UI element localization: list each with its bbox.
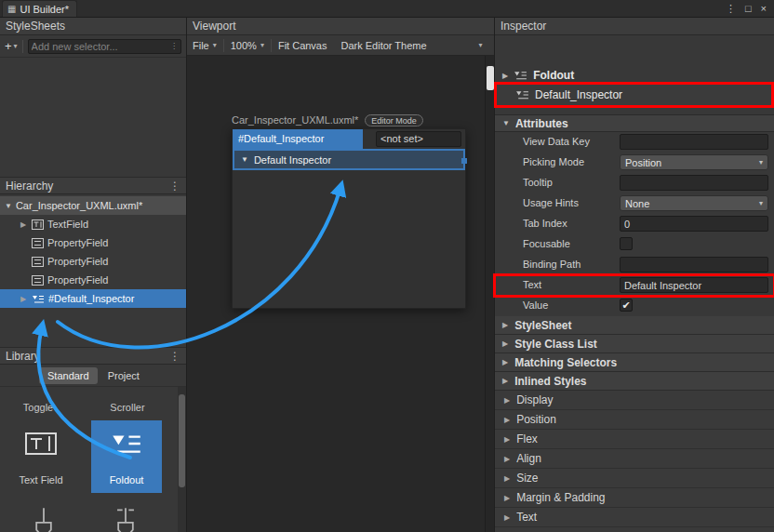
foldout-closed-icon[interactable]: ▶: [20, 295, 28, 303]
attr-row-usage-hints: Usage Hints None ▾: [495, 193, 774, 214]
library-scrollbar[interactable]: [178, 387, 186, 532]
hierarchy-menu-icon[interactable]: ⋮: [169, 180, 180, 193]
viewport-panel: Viewport File ▾ 100% ▾ Fit Canvas Dark E…: [187, 18, 494, 532]
usage-hints-dropdown[interactable]: None ▾: [620, 195, 768, 211]
propertyfield-icon: [32, 274, 44, 286]
foldout-type-icon: [515, 88, 529, 101]
style-section-background[interactable]: ▶ Background: [495, 527, 774, 532]
zoom-dropdown[interactable]: 100% ▾: [231, 38, 264, 53]
style-section-align[interactable]: ▶ Align: [495, 449, 774, 469]
library-item-text-field[interactable]: Text Field: [6, 420, 76, 493]
tree-item-default-inspector[interactable]: ▶ #Default_Inspector: [0, 289, 186, 308]
hierarchy-header: Hierarchy ⋮: [0, 177, 186, 194]
library-header: Library ⋮: [0, 347, 186, 365]
library-menu-icon[interactable]: ⋮: [169, 350, 180, 363]
window-maximize-icon[interactable]: □: [745, 3, 752, 14]
fit-canvas-button[interactable]: Fit Canvas: [278, 38, 327, 53]
canvas-body[interactable]: #Default_Inspector <not set> ▼ Default I…: [232, 128, 466, 309]
editor-mode-badge[interactable]: Editor Mode: [365, 114, 423, 126]
section-stylesheet[interactable]: ▶ StyleSheet: [495, 316, 774, 335]
text-input[interactable]: [620, 277, 768, 293]
attr-label: Tooltip: [523, 177, 553, 188]
section-label: Inlined Styles: [514, 375, 586, 388]
hierarchy-root-label: Car_Inspector_UXML.uxml*: [16, 200, 142, 211]
toolbar-divider: [271, 39, 272, 52]
library-item-slider-icon[interactable]: [28, 506, 60, 532]
foldout-closed-icon[interactable]: ▶: [20, 220, 28, 229]
library-item-label: Foldout: [110, 474, 144, 485]
title-bar: ▦ UI Builder* ⋮ □ ×: [0, 0, 774, 18]
stylesheets-title: StyleSheets: [6, 18, 65, 34]
attr-label: Tab Index: [523, 218, 567, 229]
propertyfield-icon: [32, 256, 44, 268]
tree-item-propertyfield[interactable]: . PropertyField: [0, 233, 186, 252]
attr-row-view-data-key: View Data Key: [495, 132, 774, 153]
picking-mode-dropdown[interactable]: Position ▾: [620, 154, 768, 170]
tab-standard[interactable]: Standard: [39, 367, 98, 384]
attr-row-text-highlighted: Text: [495, 275, 774, 296]
foldout-open-icon: ▼: [502, 119, 510, 127]
library-item-toggle-label[interactable]: Toggle: [11, 402, 65, 413]
viewport-scrollbar[interactable]: [485, 56, 494, 532]
tab-project[interactable]: Project: [100, 367, 148, 384]
foldout-closed-icon: ▶: [504, 435, 510, 444]
window-menu-icon[interactable]: ⋮: [726, 3, 736, 15]
app-tab[interactable]: ▦ UI Builder*: [2, 0, 77, 17]
attr-label: Value: [523, 299, 548, 311]
toolbar-divider: [223, 39, 224, 52]
style-section-position[interactable]: ▶ Position: [495, 410, 774, 430]
library-tabs: Standard Project: [0, 365, 186, 387]
theme-dropdown[interactable]: Dark Editor Theme ▾: [340, 38, 482, 53]
style-section-size[interactable]: ▶ Size: [495, 469, 774, 488]
usage-hints-value: None: [625, 198, 649, 209]
section-inlined-styles[interactable]: ▶ Inlined Styles: [495, 372, 774, 391]
file-dropdown[interactable]: File ▾: [193, 38, 217, 53]
tree-item-label: #Default_Inspector: [48, 293, 134, 304]
style-section-text[interactable]: ▶ Text: [495, 508, 774, 527]
selection-resize-handle[interactable]: [461, 158, 467, 164]
section-style-class-list[interactable]: ▶ Style Class List: [495, 335, 774, 353]
binding-path-input[interactable]: [620, 257, 768, 273]
window-close-icon[interactable]: ×: [761, 3, 767, 14]
view-data-key-input[interactable]: [620, 134, 768, 150]
library-scrollbar-thumb[interactable]: [179, 394, 185, 487]
style-section-margin-padding[interactable]: ▶ Margin & Padding: [495, 488, 774, 508]
style-section-flex[interactable]: ▶ Flex: [495, 430, 774, 449]
app-tab-label: UI Builder*: [20, 4, 69, 15]
viewport-scrollbar-thumb[interactable]: [487, 66, 494, 90]
foldout-closed-icon: ▶: [504, 396, 510, 405]
library-item-slider-int-icon[interactable]: [110, 506, 141, 532]
object-field-not-set[interactable]: <not set>: [376, 131, 461, 147]
foldout-open-icon[interactable]: ▼: [241, 155, 248, 164]
library-item-foldout[interactable]: Foldout: [91, 420, 162, 493]
library-item-scroller-label[interactable]: Scroller: [97, 402, 158, 413]
focusable-checkbox[interactable]: [620, 237, 633, 250]
style-section-label: Margin & Padding: [516, 491, 605, 504]
tree-item-propertyfield[interactable]: . PropertyField: [0, 271, 186, 289]
attr-label: View Data Key: [523, 136, 590, 147]
selected-foldout-row[interactable]: ▼ Default Inspector: [233, 149, 465, 170]
left-panel: StyleSheets + ▾ ⋮ Hierarchy ⋮ ▼ Car_Insp…: [0, 18, 187, 532]
tree-item-propertyfield[interactable]: . PropertyField: [0, 252, 186, 271]
tree-item-textfield[interactable]: ▶ TextField: [0, 215, 186, 233]
foldout-open-icon[interactable]: ▼: [5, 202, 12, 210]
tooltip-input[interactable]: [620, 175, 768, 191]
selector-menu-icon[interactable]: ⋮: [170, 42, 178, 50]
section-matching-selectors[interactable]: ▶ Matching Selectors: [495, 353, 774, 372]
add-selector-button[interactable]: + ▾: [5, 39, 18, 53]
element-name-row-highlighted[interactable]: Default_Inspector: [497, 85, 771, 105]
hierarchy-tree: ▼ Car_Inspector_UXML.uxml* ▶ TextField .…: [0, 196, 186, 308]
canvas-area[interactable]: Car_Inspector_UXML.uxml* Editor Mode #De…: [187, 56, 494, 532]
foldout-closed-icon[interactable]: ▶: [502, 72, 508, 80]
attributes-section-header[interactable]: ▼ Attributes: [495, 114, 774, 132]
tab-index-input[interactable]: [620, 216, 768, 232]
add-selector-input[interactable]: [32, 41, 170, 52]
selected-element-name-tab[interactable]: #Default_Inspector: [233, 129, 363, 149]
style-section-display[interactable]: ▶ Display: [495, 391, 774, 410]
value-checkbox[interactable]: ✔: [620, 299, 633, 312]
canvas-title-row: Car_Inspector_UXML.uxml* Editor Mode: [232, 112, 466, 128]
element-type-row[interactable]: ▶ Foldout: [502, 66, 574, 85]
hierarchy-root-row[interactable]: ▼ Car_Inspector_UXML.uxml*: [0, 196, 186, 215]
chevron-down-icon: ▾: [213, 41, 217, 49]
chevron-down-icon: ▾: [260, 41, 264, 49]
